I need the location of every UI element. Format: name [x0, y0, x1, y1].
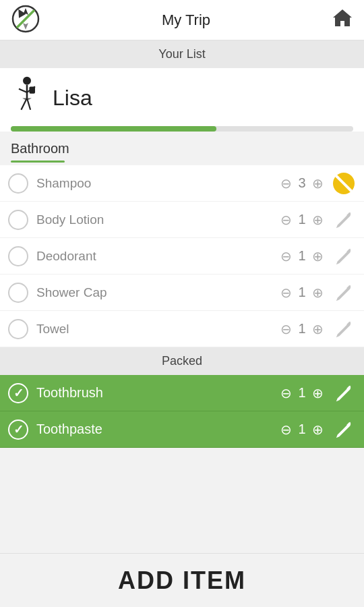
svg-line-8	[21, 98, 27, 110]
qty-plus-toothbrush[interactable]: ⊕	[312, 385, 324, 401]
packed-list: Toothbrush ⊖ 1 ⊕ Toothpaste ⊖ 1 ⊕	[0, 375, 364, 448]
item-checkbox-shampoo[interactable]	[8, 173, 28, 194]
toothbrush-edit-icon[interactable]	[332, 381, 356, 405]
svg-line-5	[19, 89, 27, 92]
list-item: Towel ⊖ 1 ⊕	[0, 311, 364, 347]
deodorant-edit-icon[interactable]	[332, 244, 356, 268]
item-checkbox-body-lotion[interactable]	[8, 210, 28, 230]
qty-plus-toothpaste[interactable]: ⊕	[312, 422, 324, 438]
body-lotion-edit-icon[interactable]	[332, 208, 356, 232]
add-item-footer[interactable]: ADD ITEM	[0, 553, 364, 607]
qty-plus-body-lotion[interactable]: ⊕	[312, 212, 324, 228]
item-name: Shower Cap	[36, 285, 272, 300]
item-name: Towel	[36, 322, 272, 337]
qty-value-towel: 1	[296, 321, 308, 337]
qty-plus-towel[interactable]: ⊕	[312, 321, 324, 337]
qty-control-shampoo: ⊖ 3 ⊕	[280, 175, 324, 192]
bathroom-list: Shampoo ⊖ 3 ⊕ Body Lotion ⊖ 1 ⊕	[0, 165, 364, 347]
qty-plus-shower-cap[interactable]: ⊕	[312, 285, 324, 301]
qty-control-body-lotion: ⊖ 1 ⊕	[280, 212, 324, 228]
svg-rect-7	[29, 86, 35, 93]
list-item: Shower Cap ⊖ 1 ⊕	[0, 274, 364, 311]
add-item-label[interactable]: ADD ITEM	[118, 567, 246, 595]
app-logo[interactable]	[11, 4, 40, 36]
item-name: Toothbrush	[36, 385, 272, 401]
item-checkbox-toothbrush[interactable]	[8, 383, 28, 403]
toothpaste-edit-icon[interactable]	[332, 417, 356, 442]
qty-control-towel: ⊖ 1 ⊕	[280, 321, 324, 337]
qty-control-toothbrush: ⊖ 1 ⊕	[280, 385, 324, 401]
bathroom-section-header: Bathroom	[0, 132, 364, 165]
qty-value-shower-cap: 1	[296, 285, 308, 300]
section-underline	[11, 161, 65, 163]
item-name: Body Lotion	[36, 212, 272, 227]
your-list-bar: Your List	[0, 40, 364, 68]
user-section: Lisa	[0, 68, 364, 132]
qty-minus-body-lotion[interactable]: ⊖	[280, 212, 292, 228]
qty-minus-toothpaste[interactable]: ⊖	[280, 422, 292, 438]
qty-minus-shampoo[interactable]: ⊖	[280, 175, 292, 192]
home-icon[interactable]	[332, 7, 353, 32]
qty-minus-shower-cap[interactable]: ⊖	[280, 285, 292, 301]
bathroom-title: Bathroom	[11, 141, 353, 156]
user-name: Lisa	[53, 86, 92, 111]
packed-section-header: Packed	[0, 347, 364, 375]
qty-minus-deodorant[interactable]: ⊖	[280, 248, 292, 264]
list-item: Shampoo ⊖ 3 ⊕	[0, 165, 364, 202]
qty-value-toothpaste: 1	[296, 422, 308, 437]
progress-bar	[11, 126, 353, 132]
shower-cap-edit-icon[interactable]	[332, 281, 356, 305]
qty-control-toothpaste: ⊖ 1 ⊕	[280, 422, 324, 438]
progress-bar-fill	[11, 126, 216, 132]
list-item: Toothpaste ⊖ 1 ⊕	[0, 411, 364, 448]
qty-plus-shampoo[interactable]: ⊕	[312, 175, 324, 192]
avatar	[11, 76, 43, 119]
item-name: Shampoo	[36, 176, 272, 191]
item-checkbox-deodorant[interactable]	[8, 246, 28, 266]
user-row: Lisa	[11, 76, 353, 119]
item-checkbox-toothpaste[interactable]	[8, 420, 28, 440]
qty-value-deodorant: 1	[296, 248, 308, 264]
qty-plus-deodorant[interactable]: ⊕	[312, 248, 324, 264]
list-item: Body Lotion ⊖ 1 ⊕	[0, 202, 364, 238]
qty-value-toothbrush: 1	[296, 385, 308, 401]
item-name: Toothpaste	[36, 422, 272, 437]
list-item: Toothbrush ⊖ 1 ⊕	[0, 375, 364, 411]
item-name: Deodorant	[36, 249, 272, 264]
svg-point-3	[23, 77, 31, 85]
qty-value-shampoo: 3	[296, 175, 308, 191]
qty-value-body-lotion: 1	[296, 212, 308, 227]
qty-minus-toothbrush[interactable]: ⊖	[280, 385, 292, 401]
item-checkbox-shower-cap[interactable]	[8, 283, 28, 303]
qty-minus-towel[interactable]: ⊖	[280, 321, 292, 337]
page-title: My Trip	[162, 11, 210, 29]
item-checkbox-towel[interactable]	[8, 319, 28, 339]
svg-line-9	[27, 98, 30, 110]
towel-edit-icon[interactable]	[332, 317, 356, 341]
qty-control-deodorant: ⊖ 1 ⊕	[280, 248, 324, 264]
shampoo-action-icon[interactable]	[332, 171, 356, 196]
list-item: Deodorant ⊖ 1 ⊕	[0, 238, 364, 274]
qty-control-shower-cap: ⊖ 1 ⊕	[280, 285, 324, 301]
app-header: My Trip	[0, 0, 364, 40]
